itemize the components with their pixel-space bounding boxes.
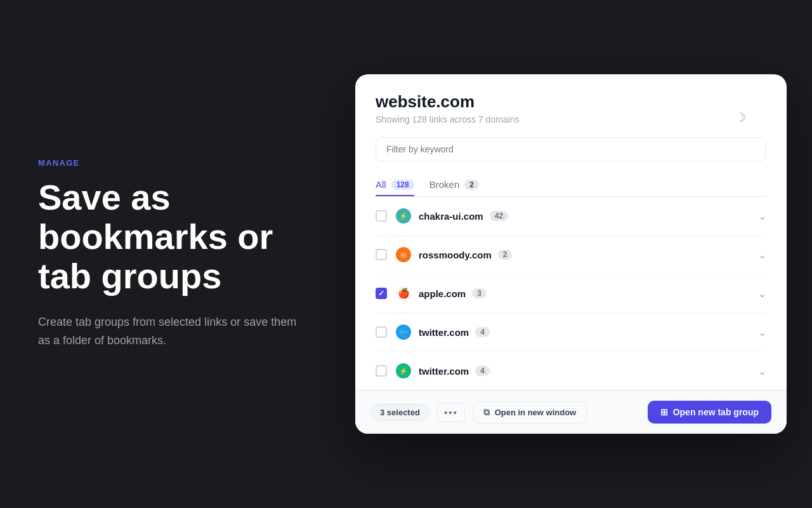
panel-header-row: website.com ☽ (376, 92, 766, 112)
domain-name-twitter-green: twitter.com (419, 366, 469, 377)
domain-row[interactable]: ⚡ twitter.com 4 ⌄ (376, 352, 766, 390)
panel-header: website.com ☽ Showing 128 links across 7… (355, 74, 787, 174)
external-link-icon: ⧉ (483, 407, 490, 418)
tab-all-badge: 128 (391, 180, 414, 190)
chevron-down-icon: ⌄ (758, 249, 766, 261)
chevron-down-icon: ⌄ (758, 210, 766, 222)
tab-broken-label: Broken (429, 179, 460, 190)
tab-all-label: All (376, 179, 386, 190)
checkbox-chakra[interactable] (376, 210, 387, 222)
sub-text: Create tab groups from selected links or… (38, 313, 304, 350)
open-window-button[interactable]: ⧉ Open in new window (473, 401, 587, 424)
chevron-down-icon: ⌄ (758, 365, 766, 377)
checkbox-twitter-blue[interactable] (376, 326, 387, 338)
favicon-twitter-green: ⚡ (396, 363, 411, 378)
open-window-label: Open in new window (495, 408, 577, 417)
domain-count-chakra: 42 (490, 211, 508, 221)
left-panel: MANAGE Save as bookmarks or tab groups C… (25, 145, 317, 362)
domain-count-twitter-blue: 4 (475, 327, 490, 337)
open-tab-group-button[interactable]: ⊞ Open new tab group (648, 401, 771, 424)
tab-broken-badge: 2 (464, 180, 479, 190)
moon-button[interactable]: ☽ (735, 110, 746, 125)
open-tab-group-label: Open new tab group (673, 407, 759, 417)
right-panel: website.com ☽ Showing 128 links across 7… (355, 74, 787, 434)
domain-name-rossmoody: rossmoody.com (419, 250, 492, 260)
manage-label: MANAGE (38, 158, 304, 168)
domain-count-rossmoody: 2 (498, 250, 513, 260)
main-heading: Save as bookmarks or tab groups (38, 178, 304, 295)
bottom-bar: 3 selected ••• ⧉ Open in new window ⊞ Op… (355, 390, 787, 434)
favicon-twitter-blue: 🐦 (396, 324, 411, 340)
checkbox-twitter-green[interactable] (376, 365, 387, 377)
filter-input[interactable] (376, 137, 766, 161)
panel-subtitle: Showing 128 links across 7 domains (376, 114, 766, 124)
domain-name-twitter-blue: twitter.com (419, 327, 469, 338)
domain-name-apple: apple.com (419, 288, 466, 299)
domain-name-chakra: chakra-ui.com (419, 211, 483, 222)
domain-count-apple: 3 (472, 288, 487, 298)
favicon-chakra: ⚡ (396, 208, 411, 224)
tab-group-icon: ⊞ (660, 407, 668, 417)
domain-count-twitter-green: 4 (475, 366, 490, 376)
domain-row[interactable]: 🍎 apple.com 3 ⌄ (376, 274, 766, 313)
favicon-apple: 🍎 (396, 286, 411, 301)
favicon-rossmoody: ◎ (396, 247, 411, 262)
checkbox-apple[interactable] (376, 288, 387, 299)
tab-all[interactable]: All 128 (376, 174, 414, 196)
more-button[interactable]: ••• (437, 403, 465, 422)
chevron-down-icon: ⌄ (758, 326, 766, 338)
chevron-down-icon: ⌄ (758, 288, 766, 300)
domain-list: ⚡ chakra-ui.com 42 ⌄ ◎ rossmoody.com 2 ⌄… (355, 197, 787, 390)
selected-badge: 3 selected (370, 404, 429, 421)
tab-broken[interactable]: Broken 2 (429, 174, 479, 196)
domain-row[interactable]: ⚡ chakra-ui.com 42 ⌄ (376, 197, 766, 236)
checkbox-rossmoody[interactable] (376, 249, 387, 260)
panel-title: website.com (376, 92, 766, 112)
domain-row[interactable]: 🐦 twitter.com 4 ⌄ (376, 313, 766, 352)
tabs-bar: All 128 Broken 2 (376, 174, 766, 197)
domain-row[interactable]: ◎ rossmoody.com 2 ⌄ (376, 236, 766, 274)
